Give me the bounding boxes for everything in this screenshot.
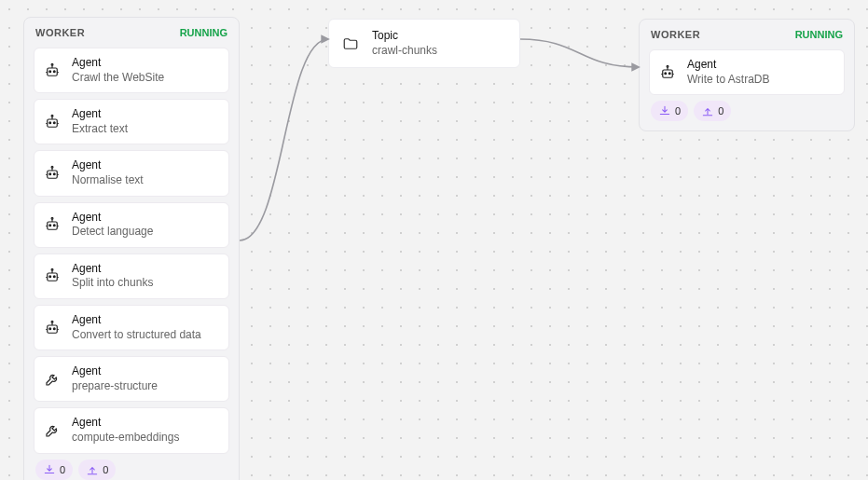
agent-type-label: Agent xyxy=(687,58,769,73)
agent-type-label: Agent xyxy=(72,262,153,277)
robot-icon xyxy=(44,114,61,130)
svg-point-26 xyxy=(668,72,670,74)
agent-card[interactable]: AgentNormalise text xyxy=(34,150,229,196)
agent-card[interactable]: AgentDetect language xyxy=(34,202,229,248)
svg-point-23 xyxy=(51,321,53,322)
agent-name-label: Extract text xyxy=(72,122,128,137)
input-count-pill[interactable]: 0 xyxy=(651,101,688,121)
robot-icon xyxy=(44,62,61,79)
agent-type-label: Agent xyxy=(72,107,128,122)
svg-point-27 xyxy=(667,65,668,67)
edge xyxy=(520,39,639,67)
worker-node[interactable]: WORKERRUNNINGAgentWrite to AstraDB00 xyxy=(639,19,855,131)
svg-point-18 xyxy=(53,276,55,278)
agent-name-label: Detect language xyxy=(72,225,153,240)
topic-node[interactable]: Topiccrawl-chunks xyxy=(328,19,520,68)
svg-point-14 xyxy=(53,225,55,226)
io-row: 00 xyxy=(34,459,229,480)
output-count: 0 xyxy=(103,464,108,475)
status-badge: RUNNING xyxy=(180,27,227,38)
agent-card[interactable]: AgentConvert to structured data xyxy=(34,305,229,350)
agent-type-label: Agent xyxy=(72,364,158,379)
agent-name-label: prepare-structure xyxy=(72,379,158,394)
output-count: 0 xyxy=(718,105,723,117)
input-count: 0 xyxy=(675,105,681,117)
agent-name-label: Convert to structured data xyxy=(72,328,201,343)
svg-point-22 xyxy=(53,327,55,329)
svg-point-9 xyxy=(49,173,51,175)
robot-icon xyxy=(44,320,61,336)
agent-name-label: compute-embeddings xyxy=(72,431,179,446)
input-count-pill[interactable]: 0 xyxy=(35,459,73,480)
svg-point-17 xyxy=(49,276,51,278)
agent-card[interactable]: AgentCrawl the WebSite xyxy=(34,48,229,93)
output-count-pill[interactable]: 0 xyxy=(694,101,731,121)
robot-icon xyxy=(44,267,61,284)
agent-name-label: Write to AstraDB xyxy=(687,73,769,88)
svg-point-25 xyxy=(665,72,667,74)
svg-point-5 xyxy=(49,122,51,124)
svg-point-10 xyxy=(53,173,55,175)
agent-card[interactable]: AgentSplit into chunks xyxy=(34,254,229,299)
robot-icon xyxy=(44,216,61,233)
svg-point-15 xyxy=(51,218,53,220)
svg-point-6 xyxy=(53,122,55,124)
agent-card[interactable]: AgentExtract text xyxy=(34,99,229,144)
status-badge: RUNNING xyxy=(795,29,843,40)
robot-icon xyxy=(659,64,676,81)
edge xyxy=(240,39,328,240)
folder-icon xyxy=(342,35,359,52)
svg-point-11 xyxy=(51,166,53,168)
svg-point-19 xyxy=(51,269,53,271)
agent-name-label: Crawl the WebSite xyxy=(72,71,164,86)
worker-title: WORKER xyxy=(651,29,700,40)
worker-header: WORKERRUNNING xyxy=(649,29,845,44)
agent-type-label: Agent xyxy=(72,56,164,71)
agent-name-label: Split into chunks xyxy=(72,276,153,291)
wrench-icon xyxy=(44,371,61,388)
svg-point-2 xyxy=(53,70,55,72)
agent-card[interactable]: Agentcompute-embeddings xyxy=(34,407,229,453)
svg-point-7 xyxy=(51,115,53,117)
svg-point-21 xyxy=(49,327,51,329)
agent-type-label: Agent xyxy=(72,313,201,328)
topic-type-label: Topic xyxy=(372,29,437,44)
worker-node[interactable]: WORKERRUNNINGAgentCrawl the WebSiteAgent… xyxy=(23,17,240,480)
worker-header: WORKERRUNNING xyxy=(34,27,229,42)
agent-card[interactable]: AgentWrite to AstraDB xyxy=(649,49,845,95)
agent-type-label: Agent xyxy=(72,211,153,226)
wrench-icon xyxy=(44,422,61,439)
input-count: 0 xyxy=(60,464,65,475)
worker-title: WORKER xyxy=(35,27,85,38)
svg-point-13 xyxy=(49,225,51,226)
svg-point-1 xyxy=(49,70,51,72)
svg-point-3 xyxy=(51,63,53,65)
agent-type-label: Agent xyxy=(72,416,179,431)
io-row: 00 xyxy=(649,101,845,121)
output-count-pill[interactable]: 0 xyxy=(78,459,116,480)
agent-card[interactable]: Agentprepare-structure xyxy=(34,356,229,402)
agent-name-label: Normalise text xyxy=(72,173,144,188)
robot-icon xyxy=(44,165,61,182)
topic-name-label: crawl-chunks xyxy=(372,44,437,59)
agent-type-label: Agent xyxy=(72,158,144,173)
